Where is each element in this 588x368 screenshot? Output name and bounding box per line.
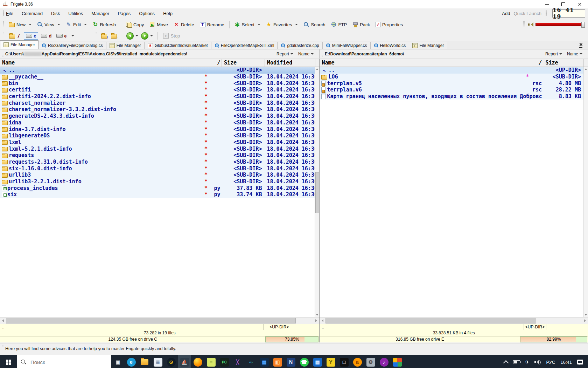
- file-row[interactable]: six-1.16.0.dist-info*<SUB-DIR>18.04.2024…: [0, 165, 315, 172]
- refresh-button[interactable]: ↻Refresh: [90, 20, 119, 29]
- menu-options[interactable]: Options: [139, 11, 155, 16]
- file-row[interactable]: terrplan.v5rsc4.80 MB: [320, 80, 584, 87]
- footer-updir-path[interactable]: ..: [0, 324, 263, 330]
- gray-app-icon[interactable]: ⚙: [364, 355, 377, 368]
- edit-path-button[interactable]: \: [100, 32, 108, 40]
- stop-button[interactable]: x Stop: [163, 33, 180, 39]
- file-row[interactable]: lxml*<SUB-DIR>18.04.2024 16:30: [0, 139, 315, 146]
- toolbar-grip[interactable]: [3, 21, 4, 28]
- notes-app-icon[interactable]: ≡: [204, 355, 218, 368]
- tray-clock[interactable]: 16:41: [560, 360, 572, 365]
- menu-command[interactable]: Command: [22, 11, 43, 16]
- left-path[interactable]: C:\Users\▒▒▒▒▒▒AppData\Roaming\ESTI\Axio…: [5, 52, 187, 56]
- tab-4[interactable]: äGlobusClientIndValueMarket: [145, 42, 211, 49]
- file-row[interactable]: urllib3-2.2.1.dist-info*<SUB-DIR>18.04.2…: [0, 178, 315, 185]
- drivebar-grip[interactable]: [3, 33, 4, 39]
- drive-list-caret-icon[interactable]: [71, 35, 74, 36]
- tab-6[interactable]: gdalrasterize.cpp: [278, 42, 322, 49]
- footer-updir-path[interactable]: ..: [320, 324, 524, 330]
- task-view-icon[interactable]: ▣: [111, 355, 125, 368]
- orange-app-icon[interactable]: ◧: [271, 355, 284, 368]
- scroll-left-icon[interactable]: [0, 318, 6, 324]
- menu-utilities[interactable]: Utilities: [68, 11, 83, 16]
- scroll-track[interactable]: [6, 318, 313, 324]
- menu-file[interactable]: File: [6, 11, 13, 16]
- tab-1[interactable]: File Manager: [0, 40, 38, 49]
- scroll-down-icon[interactable]: [584, 313, 588, 317]
- file-row[interactable]: bin*<SUB-DIR>18.04.2024 16:30: [0, 80, 315, 87]
- column-header-modified[interactable]: Modified: [265, 59, 315, 67]
- whatsapp-icon[interactable]: ☎: [298, 355, 311, 368]
- forward-button[interactable]: [141, 32, 153, 40]
- rename-button[interactable]: TRename: [197, 21, 227, 29]
- tab-5[interactable]: FileOpenStreetMapESTI.xml: [211, 42, 278, 49]
- column-header-size[interactable]: Size: [222, 59, 265, 67]
- view-button[interactable]: View: [34, 20, 63, 29]
- menubar-grip[interactable]: [3, 10, 4, 16]
- tab-9[interactable]: File Manager: [409, 42, 447, 49]
- search-button[interactable]: Search: [301, 20, 328, 29]
- menu-manager[interactable]: Manager: [91, 11, 109, 16]
- right-report-button[interactable]: Report: [545, 52, 562, 56]
- tab-7[interactable]: MimFalWrapper.cs: [323, 42, 371, 49]
- volume-tray-icon[interactable]: [534, 360, 541, 364]
- scroll-down-icon[interactable]: [315, 313, 319, 317]
- right-order-button[interactable]: Name: [567, 52, 582, 56]
- taskbar-search[interactable]: [17, 355, 111, 368]
- parent-folder-button[interactable]: ↑: [110, 32, 118, 40]
- quick-launch-label[interactable]: Quick Launch: [514, 11, 542, 16]
- blue-grid-app-icon[interactable]: ▦: [311, 355, 324, 368]
- file-row[interactable]: libgenerateDS*<SUB-DIR>18.04.2024 16:30: [0, 132, 315, 139]
- nav-grip[interactable]: [96, 33, 97, 39]
- close-tab-button[interactable]: [579, 43, 583, 47]
- horizontal-scrollbar[interactable]: [0, 317, 319, 324]
- file-row[interactable]: idna*<SUB-DIR>18.04.2024 16:30: [0, 120, 315, 126]
- pack-button[interactable]: Pack: [350, 20, 373, 29]
- scroll-up-icon[interactable]: [584, 67, 588, 71]
- column-header-name[interactable]: Name/: [320, 59, 543, 67]
- close-button[interactable]: [572, 0, 588, 8]
- speaker-icon[interactable]: [528, 22, 534, 27]
- vertical-scrollbar[interactable]: [583, 67, 588, 317]
- file-explorer-icon[interactable]: [138, 355, 151, 368]
- notification-center-icon[interactable]: [577, 360, 583, 364]
- minimize-button[interactable]: [539, 0, 555, 8]
- edit-button[interactable]: ✎Edit: [63, 20, 90, 29]
- volume-slider[interactable]: [536, 23, 584, 26]
- column-header-size[interactable]: Size: [543, 59, 584, 67]
- file-row[interactable]: ↖..<UP-DIR>: [320, 67, 584, 74]
- drive-e-button[interactable]: e: [54, 32, 69, 40]
- select-button[interactable]: ∗Select: [232, 20, 263, 29]
- drive-c-button[interactable]: c: [24, 32, 38, 40]
- back-button[interactable]: [126, 32, 138, 40]
- menu-disk[interactable]: Disk: [51, 11, 60, 16]
- lock-app-icon[interactable]: ⊙: [164, 355, 178, 368]
- scroll-left-icon[interactable]: [320, 318, 326, 324]
- tab-3[interactable]: File Manager: [106, 42, 145, 49]
- new-button[interactable]: New: [6, 20, 34, 29]
- scroll-track[interactable]: [326, 318, 582, 324]
- purple-circle-app-icon[interactable]: ♪: [377, 355, 391, 368]
- firefox-icon[interactable]: [191, 355, 204, 368]
- menu-pages[interactable]: Pages: [118, 11, 131, 16]
- file-row[interactable]: idna-3.7.dist-info*<SUB-DIR>18.04.2024 1…: [0, 126, 315, 132]
- file-row[interactable]: requests-2.31.0.dist-info*<SUB-DIR>18.04…: [0, 159, 315, 165]
- file-row[interactable]: terrplan.v6rsc28.22 MB: [320, 87, 584, 93]
- maximize-button[interactable]: [555, 0, 572, 8]
- root-folder-button[interactable]: /: [7, 32, 23, 40]
- ftp-button[interactable]: FTP: [328, 20, 350, 29]
- infinity-app-icon[interactable]: ∞: [244, 355, 258, 368]
- visual-studio-icon[interactable]: ╳: [231, 355, 244, 368]
- left-report-button[interactable]: Report: [276, 52, 293, 56]
- document-app-icon[interactable]: ≣: [151, 355, 164, 368]
- scroll-right-icon[interactable]: [582, 318, 588, 324]
- scroll-thumb[interactable]: [326, 318, 536, 323]
- file-row[interactable]: certifi-2024.2.2.dist-info*<SUB-DIR>18.0…: [0, 93, 315, 100]
- file-row[interactable]: six*py33.74 KB18.04.2024 16:30: [0, 191, 315, 198]
- scroll-up-icon[interactable]: [315, 67, 319, 71]
- tray-expand-icon[interactable]: [503, 360, 509, 366]
- file-row[interactable]: charset_normalizer-3.3.2.dist-info*<SUB-…: [0, 106, 315, 113]
- airplane-mode-icon[interactable]: ✈: [525, 359, 530, 365]
- scroll-thumb[interactable]: [315, 172, 319, 213]
- drive-d-button[interactable]: d: [39, 32, 54, 40]
